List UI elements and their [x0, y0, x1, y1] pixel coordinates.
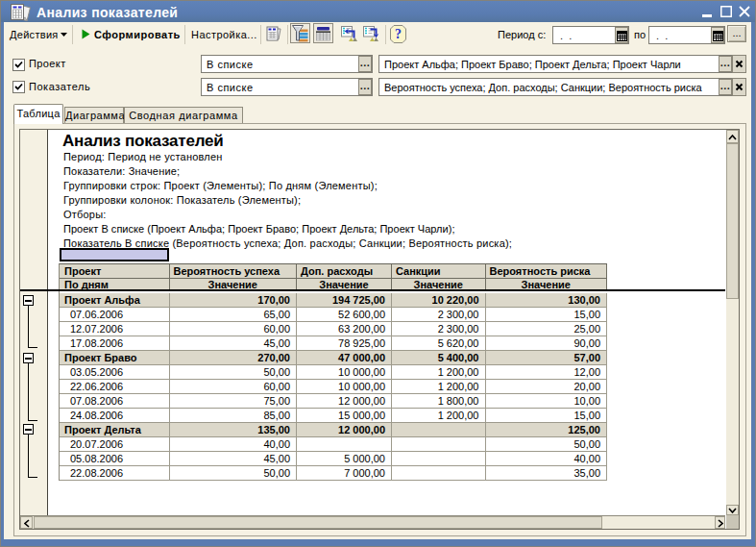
- svg-text:?: ?: [395, 27, 402, 41]
